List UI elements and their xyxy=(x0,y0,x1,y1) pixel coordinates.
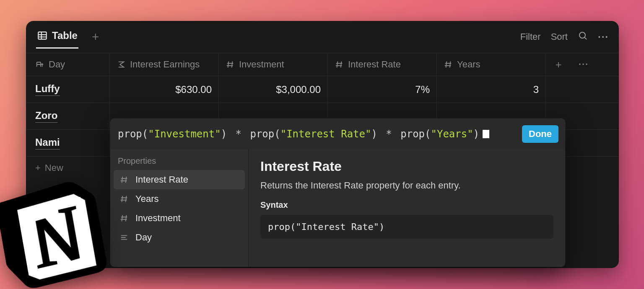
properties-heading: Properties xyxy=(114,156,245,170)
table-row[interactable]: Luffy $630.00 $3,000.00 7% 3 xyxy=(26,76,619,103)
svg-line-23 xyxy=(122,177,123,183)
column-header-rate[interactable]: Interest Rate xyxy=(328,53,437,76)
property-label: Investment xyxy=(135,213,181,224)
table-header-row: Day Interest Earnings Investment Interes… xyxy=(26,53,619,76)
documentation-panel: Interest Rate Returns the Interest Rate … xyxy=(249,150,565,267)
svg-rect-0 xyxy=(38,32,47,39)
svg-line-12 xyxy=(232,62,233,68)
column-header-day[interactable]: Day xyxy=(26,53,110,76)
number-icon xyxy=(226,60,235,69)
toolbar-actions: Filter Sort ··· xyxy=(520,31,609,43)
text-caret xyxy=(483,130,489,138)
column-options-button[interactable]: ··· xyxy=(571,53,596,76)
doc-syntax-heading: Syntax xyxy=(260,200,553,210)
svg-line-27 xyxy=(122,196,123,202)
number-icon xyxy=(119,214,129,223)
column-label: Years xyxy=(457,59,480,70)
formula-editor-popover: prop("Investment") * prop("Interest Rate… xyxy=(110,119,565,267)
svg-point-4 xyxy=(579,32,585,38)
formula-icon xyxy=(117,60,126,69)
column-label: Interest Rate xyxy=(348,59,401,70)
column-header-investment[interactable]: Investment xyxy=(219,53,328,76)
svg-line-16 xyxy=(341,62,342,68)
number-icon xyxy=(119,175,129,184)
svg-line-19 xyxy=(446,62,447,68)
view-tabs: Table + xyxy=(36,26,102,49)
svg-line-15 xyxy=(337,62,338,68)
add-view-button[interactable]: + xyxy=(88,29,103,45)
plus-icon: + xyxy=(35,163,41,173)
cell-investment[interactable]: $3,000.00 xyxy=(219,76,328,103)
cell-empty xyxy=(571,103,596,129)
number-icon xyxy=(444,60,453,69)
new-row-label: New xyxy=(45,163,63,173)
tab-table[interactable]: Table xyxy=(36,26,78,49)
svg-line-11 xyxy=(228,62,229,68)
search-button[interactable] xyxy=(578,31,588,43)
property-item[interactable]: Years xyxy=(114,189,245,209)
cell-empty xyxy=(546,76,571,103)
svg-line-20 xyxy=(450,62,451,68)
svg-line-31 xyxy=(122,215,123,222)
property-item[interactable]: Investment xyxy=(114,209,245,228)
done-button[interactable]: Done xyxy=(522,125,558,143)
column-label: Investment xyxy=(239,59,284,70)
property-item[interactable]: Day xyxy=(114,228,245,247)
property-label: Years xyxy=(135,194,158,204)
column-header-earnings[interactable]: Interest Earnings xyxy=(110,53,219,76)
formula-body: Properties Interest RateYearsInvestmentD… xyxy=(110,150,565,267)
property-label: Interest Rate xyxy=(135,174,188,185)
column-label: Day xyxy=(49,59,65,70)
column-label: Interest Earnings xyxy=(130,59,200,70)
doc-description: Returns the Interest Rate property for e… xyxy=(260,180,553,191)
search-icon xyxy=(578,31,588,41)
doc-syntax-code: prop("Interest Rate") xyxy=(260,215,553,239)
add-column-button[interactable]: + xyxy=(546,53,571,76)
property-label: Day xyxy=(135,232,152,243)
property-item[interactable]: Interest Rate xyxy=(114,170,245,189)
svg-line-28 xyxy=(126,196,127,202)
cell-name[interactable]: Nami xyxy=(26,130,110,156)
svg-line-5 xyxy=(584,37,587,39)
svg-line-24 xyxy=(126,177,127,183)
cell-earnings[interactable]: $630.00 xyxy=(110,76,219,103)
formula-input-bar: prop("Investment") * prop("Interest Rate… xyxy=(110,119,565,150)
column-header-years[interactable]: Years xyxy=(437,53,546,76)
doc-title: Interest Rate xyxy=(260,159,553,174)
cell-name[interactable]: Luffy xyxy=(26,76,110,103)
table-icon xyxy=(37,30,48,41)
cell-years[interactable]: 3 xyxy=(437,76,546,103)
number-icon xyxy=(119,194,129,204)
properties-panel: Properties Interest RateYearsInvestmentD… xyxy=(110,150,249,267)
cell-rate[interactable]: 7% xyxy=(328,76,437,103)
number-icon xyxy=(335,60,344,69)
svg-line-32 xyxy=(126,215,127,222)
title-icon xyxy=(119,233,129,242)
tab-label: Table xyxy=(52,30,78,41)
formula-input[interactable]: prop("Investment") * prop("Interest Rate… xyxy=(118,128,489,140)
filter-button[interactable]: Filter xyxy=(520,31,541,42)
cell-empty xyxy=(571,130,596,156)
notion-logo xyxy=(0,172,111,289)
database-toolbar: Table + Filter Sort ··· xyxy=(26,21,619,53)
cell-empty xyxy=(571,76,596,103)
sort-button[interactable]: Sort xyxy=(551,31,568,42)
title-icon xyxy=(35,60,44,69)
cell-name[interactable]: Zoro xyxy=(26,103,110,129)
more-button[interactable]: ··· xyxy=(598,31,609,43)
